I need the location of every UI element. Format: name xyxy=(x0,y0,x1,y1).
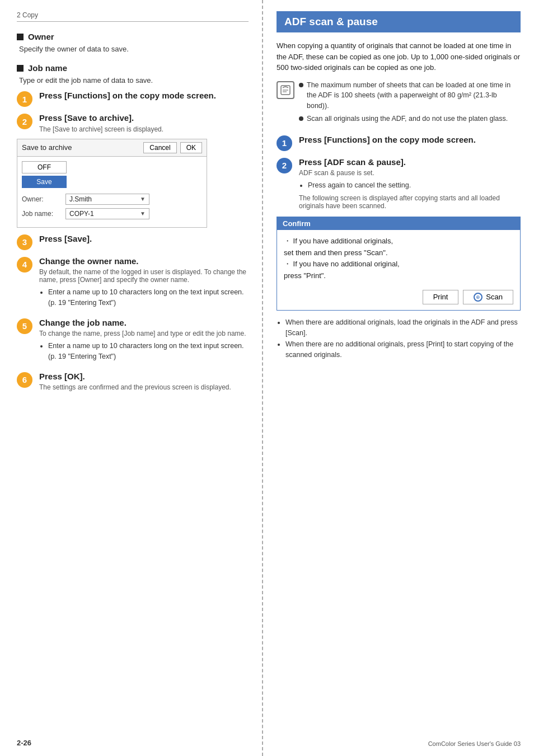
after-confirm-bullets: When there are additional originals, loa… xyxy=(285,317,521,360)
page-header: 2 Copy xyxy=(17,11,249,22)
owner-field-label: Owner: xyxy=(22,195,61,203)
note-icon xyxy=(277,81,294,99)
note-dot1 xyxy=(299,83,303,87)
right-step1: 1 Press [Functions] on the copy mode scr… xyxy=(277,134,521,151)
jobname-heading: Job name xyxy=(17,63,249,73)
left-step2-sub: The [Save to archive] screen is displaye… xyxy=(39,125,249,133)
archive-box-buttons: Cancel OK xyxy=(143,142,202,153)
left-step3: 3 Press [Save]. xyxy=(17,233,249,250)
page-number: 2-26 xyxy=(17,739,31,747)
left-step5-bullet1: Enter a name up to 10 characters long on… xyxy=(48,341,249,362)
left-step6-circle: 6 xyxy=(17,372,32,388)
jobname-field-input[interactable]: COPY-1 ▼ xyxy=(65,208,149,219)
left-step6: 6 Press [OK]. The settings are confirmed… xyxy=(17,371,249,392)
right-step2-bullet1: Press again to cancel the setting. xyxy=(308,180,521,191)
left-step5-title: Change the job name. xyxy=(39,317,249,328)
right-step2-title: Press [ADF scan & pause]. xyxy=(299,157,521,168)
left-step1-circle: 1 xyxy=(17,91,32,107)
after-bullet1: When there are additional originals, loa… xyxy=(285,317,521,339)
right-step2-circle: 2 xyxy=(277,158,292,173)
right-step2-sub2: The following screen is displayed after … xyxy=(299,194,521,210)
left-step4-bullets: Enter a name up to 10 characters long on… xyxy=(48,287,249,308)
adf-intro: When copying a quantity of originals tha… xyxy=(277,40,521,73)
scan-btn-label: Scan xyxy=(486,293,503,301)
scan-icon: ⊕ xyxy=(474,293,483,302)
left-step4-circle: 4 xyxy=(17,257,32,273)
confirm-box-title: Confirm xyxy=(277,217,520,230)
confirm-box-body: ・ If you have additional originals, set … xyxy=(277,230,520,310)
archive-off-button[interactable]: OFF xyxy=(22,161,67,173)
right-step2-bullets: Press again to cancel the setting. xyxy=(308,180,521,191)
right-step1-circle: 1 xyxy=(277,135,292,151)
left-step2-circle: 2 xyxy=(17,114,32,129)
left-step3-circle: 3 xyxy=(17,234,32,250)
adf-title: ADF scan & pause xyxy=(277,11,521,32)
confirm-line2: set them and then press "Scan". xyxy=(284,247,513,259)
after-bullet2: When there are no additional originals, … xyxy=(285,339,521,360)
note-bullets: The maximum number of sheets that can be… xyxy=(299,80,521,126)
confirm-line1: ・ If you have additional originals, xyxy=(284,236,513,247)
left-step1: 1 Press [Functions] on the copy mode scr… xyxy=(17,90,249,107)
right-step2-sub1: ADF scan & pause is set. xyxy=(299,169,521,177)
scan-button[interactable]: ⊕ Scan xyxy=(463,290,513,304)
archive-box-title: Save to archive xyxy=(22,143,72,152)
right-step1-title: Press [Functions] on the copy mode scree… xyxy=(299,134,521,145)
confirm-text: ・ If you have additional originals, set … xyxy=(284,236,513,282)
owner-field-row: Owner: J.Smith ▼ xyxy=(22,194,202,205)
confirm-buttons: Print ⊕ Scan xyxy=(284,290,513,304)
left-step1-title: Press [Functions] on the copy mode scree… xyxy=(39,90,249,101)
note-box: The maximum number of sheets that can be… xyxy=(277,80,521,126)
doc-name: ComColor Series User's Guide 03 xyxy=(428,740,521,747)
right-step2: 2 Press [ADF scan & pause]. ADF scan & p… xyxy=(277,157,521,210)
archive-box-title-row: Save to archive Cancel OK xyxy=(17,139,207,157)
left-step4-title: Change the owner name. xyxy=(39,256,249,267)
left-step4-desc: By default, the name of the logged in us… xyxy=(39,268,249,284)
print-button[interactable]: Print xyxy=(423,290,459,304)
note-bullet2: Scan all originals using the ADF, and do… xyxy=(299,114,521,124)
confirm-line3: ・ If you have no additional original, xyxy=(284,259,513,270)
left-step2: 2 Press [Save to archive]. The [Save to … xyxy=(17,112,249,133)
note-dot2 xyxy=(299,116,303,121)
jobname-heading-icon xyxy=(17,65,24,72)
left-step4: 4 Change the owner name. By default, the… xyxy=(17,256,249,312)
left-step5: 5 Change the job name. To change the nam… xyxy=(17,317,249,365)
left-step5-desc: To change the name, press [Job name] and… xyxy=(39,330,249,337)
left-step6-title: Press [OK]. xyxy=(39,371,249,382)
left-step5-bullets: Enter a name up to 10 characters long on… xyxy=(48,341,249,362)
note-bullet1: The maximum number of sheets that can be… xyxy=(299,80,521,111)
left-step2-title: Press [Save to archive]. xyxy=(39,112,249,124)
left-step3-title: Press [Save]. xyxy=(39,233,249,245)
archive-ok-button[interactable]: OK xyxy=(180,142,202,153)
archive-box: Save to archive Cancel OK OFF Save Owner… xyxy=(17,139,207,228)
jobname-field-label: Job name: xyxy=(22,210,61,218)
confirm-box: Confirm ・ If you have additional origina… xyxy=(277,217,521,311)
owner-heading-icon xyxy=(17,34,24,40)
left-step5-circle: 5 xyxy=(17,318,32,334)
owner-field-input[interactable]: J.Smith ▼ xyxy=(65,194,149,205)
jobname-desc: Type or edit the job name of data to sav… xyxy=(19,76,249,84)
archive-cancel-button[interactable]: Cancel xyxy=(143,142,176,153)
owner-desc: Specify the owner of data to save. xyxy=(19,45,249,53)
owner-heading: Owner xyxy=(17,32,249,41)
left-step6-desc: The settings are confirmed and the previ… xyxy=(39,383,249,391)
archive-toggle-row: OFF Save xyxy=(22,161,202,188)
confirm-line4: press "Print". xyxy=(284,270,513,282)
archive-save-button[interactable]: Save xyxy=(22,176,67,188)
archive-box-body: OFF Save Owner: J.Smith ▼ Job name: COPY… xyxy=(17,157,207,227)
jobname-field-row: Job name: COPY-1 ▼ xyxy=(22,208,202,219)
left-step4-bullet1: Enter a name up to 10 characters long on… xyxy=(48,287,249,308)
